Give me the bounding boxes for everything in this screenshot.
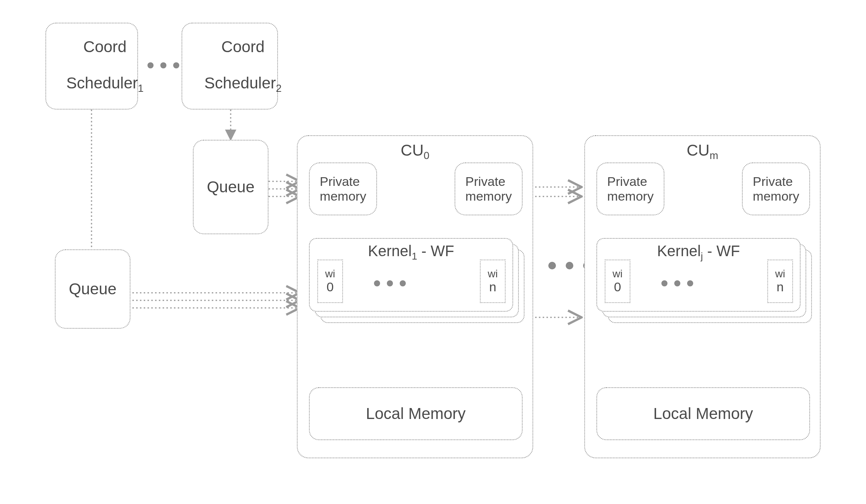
cum-local-memory: Local Memory	[596, 387, 810, 440]
cum-kernel-stack: Kernelj - WF wi 0 wi n	[596, 238, 810, 321]
cum-private-memory-left: Private memory	[596, 162, 664, 215]
diagram-stage: Coord Scheduler1 Coord Scheduler2 Queue …	[0, 0, 866, 504]
cum-kernel-dots	[661, 280, 693, 286]
queue-lower-label: Queue	[69, 280, 116, 298]
cu0-wi-0: wi 0	[317, 260, 343, 303]
coord-scheduler-2-label: Coord Scheduler2	[178, 20, 281, 113]
cum-wi-0: wi 0	[605, 260, 630, 303]
ellipsis-dots-schedulers	[147, 62, 179, 68]
cum-wi-n: wi n	[767, 260, 793, 303]
cum-private-memory-right: Private memory	[742, 162, 810, 215]
queue-upper-label: Queue	[207, 178, 255, 196]
cu0-private-memory-left: Private memory	[309, 162, 377, 215]
queue-lower: Queue	[55, 249, 130, 329]
cu-m: CUm Private memory Private memory Kernel…	[584, 135, 821, 458]
cu0-kernel-dots	[374, 280, 406, 286]
cu-m-title: CUm	[585, 141, 820, 162]
cu0-wi-n: wi n	[480, 260, 506, 303]
cu0-local-memory: Local Memory	[309, 387, 523, 440]
cu-0: CU0 Private memory Private memory Kernel…	[297, 135, 533, 458]
cu0-kernel-stack: Kernel1 - WF wi 0 wi n	[309, 238, 523, 321]
coord-scheduler-2: Coord Scheduler2	[182, 23, 278, 110]
coord-scheduler-1: Coord Scheduler1	[45, 23, 138, 110]
coord-scheduler-1-label: Coord Scheduler1	[40, 20, 143, 113]
cu0-private-memory-right: Private memory	[455, 162, 523, 215]
cu-0-title: CU0	[298, 141, 532, 162]
queue-upper: Queue	[193, 140, 268, 234]
